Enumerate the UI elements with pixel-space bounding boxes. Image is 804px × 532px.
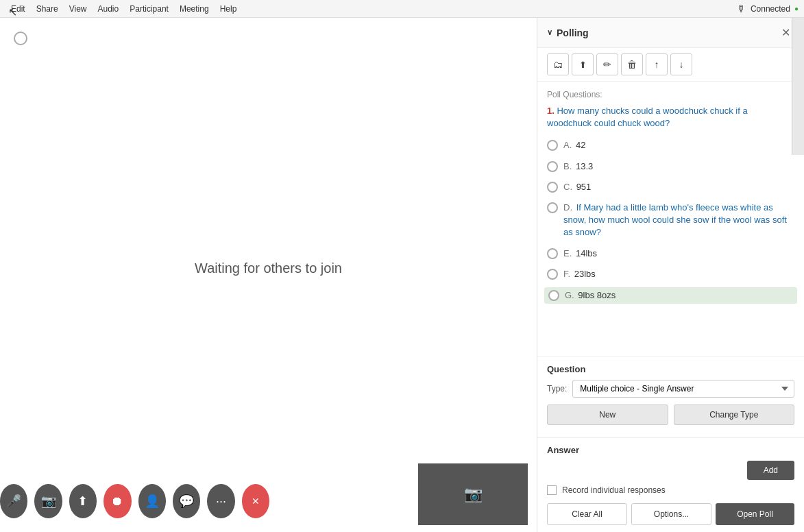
record-label: Record individual responses (562, 485, 666, 495)
folder-icon: 🗂 (553, 59, 563, 70)
answer-label-c: C. 951 (563, 181, 591, 193)
change-type-button[interactable]: Change Type (674, 404, 795, 425)
circle-icon (14, 32, 27, 45)
radio-a[interactable] (547, 140, 558, 151)
menu-help[interactable]: Help (215, 3, 243, 15)
answer-text-e: 14lbs (576, 248, 597, 258)
menu-view[interactable]: View (64, 3, 93, 15)
type-select[interactable]: Multiple choice - Single Answer Multiple… (572, 380, 794, 398)
answer-option-d[interactable]: D. If Mary had a little lamb who's fleec… (547, 200, 794, 241)
answer-section-title: Answer (547, 445, 794, 455)
participants-button[interactable]: 👤 (138, 484, 166, 518)
share-button[interactable]: ⬆ (69, 484, 97, 518)
poll-content: Poll Questions: 1. How many chucks could… (537, 82, 804, 356)
video-icon: 📷 (41, 494, 56, 509)
letter-e: E. (563, 248, 572, 258)
chevron-down-icon: ∨ (547, 28, 552, 37)
answer-label-g: G. 9lbs 8ozs (565, 289, 616, 302)
answer-option-c[interactable]: C. 951 (547, 180, 794, 195)
answer-option-f[interactable]: F. 23lbs (547, 267, 794, 282)
mic-icon: 🎤 (6, 494, 21, 509)
menu-participant[interactable]: Participant (124, 3, 174, 15)
record-button[interactable]: ⏺ (103, 484, 131, 518)
microphone-icon: 🎙 (737, 3, 746, 14)
open-poll-button[interactable]: Open Poll (716, 503, 794, 525)
pencil-icon: ✏ (603, 59, 611, 70)
answer-label-e: E. 14lbs (563, 247, 597, 260)
letter-b: B. (563, 161, 572, 171)
arrow-down-icon: ↓ (679, 59, 684, 70)
question-section: Question Type: Multiple choice - Single … (537, 356, 804, 437)
answer-label-a: A. 42 (563, 139, 585, 152)
share-icon: ⬆ (77, 494, 88, 509)
chat-button[interactable]: 💬 (173, 484, 200, 518)
letter-d: D. (563, 202, 572, 213)
answer-label-f: F. 23lbs (563, 268, 596, 280)
answer-label-b: B. 13.3 (563, 160, 593, 173)
bottom-btn-row: Clear All Options... Open Poll (547, 503, 794, 525)
answer-option-b[interactable]: B. 13.3 (547, 159, 794, 174)
polling-panel: ∨ Polling ✕ 🗂 ⬆ ✏ 🗑 ↑ ↓ (537, 18, 804, 532)
answer-text-b: 13.3 (576, 161, 593, 171)
answer-text-f: 23lbs (574, 269, 596, 279)
delete-button[interactable]: 🗑 (621, 53, 643, 75)
connection-status: Connected (751, 4, 790, 14)
answer-option-g[interactable]: G. 9lbs 8ozs (544, 287, 797, 304)
letter-g: G. (565, 290, 574, 300)
question-text: 1. How many chucks could a woodchuck chu… (547, 105, 794, 130)
edit-button[interactable]: ✏ (596, 53, 618, 75)
answer-label-d: D. If Mary had a little lamb who's fleec… (563, 202, 794, 239)
answer-option-e[interactable]: E. 14lbs (547, 246, 794, 261)
record-icon: ⏺ (111, 494, 123, 509)
answer-text-g: 9lbs 8ozs (578, 290, 616, 300)
panel-header: ∨ Polling ✕ (537, 18, 804, 48)
radio-d[interactable] (547, 202, 558, 213)
folder-icon-button[interactable]: 🗂 (547, 53, 569, 75)
radio-e[interactable] (547, 248, 558, 259)
waiting-text: Waiting for others to join (195, 261, 342, 276)
letter-c: C. (563, 182, 572, 192)
connected-dot: ● (794, 5, 799, 12)
camera-icon: 📷 (464, 485, 483, 503)
polling-title: Polling (557, 27, 589, 38)
clear-all-button[interactable]: Clear All (547, 503, 627, 525)
move-down-button[interactable]: ↓ (670, 53, 692, 75)
chat-icon: 💬 (179, 494, 194, 509)
radio-g[interactable] (548, 290, 559, 301)
menu-share[interactable]: Share (31, 3, 64, 15)
record-row: Record individual responses (547, 485, 794, 495)
leave-icon: ✕ (252, 496, 260, 507)
answer-text-c: 951 (576, 182, 592, 192)
new-button[interactable]: New (547, 404, 668, 425)
leave-button[interactable]: ✕ (242, 484, 269, 518)
add-button[interactable]: Add (747, 461, 794, 480)
answer-option-a[interactable]: A. 42 (547, 138, 794, 153)
cursor: ↖ (8, 5, 17, 19)
question-section-title: Question (547, 364, 794, 374)
radio-f[interactable] (547, 269, 558, 280)
answer-text-a: 42 (576, 140, 585, 150)
more-button[interactable]: ··· (207, 484, 234, 518)
answer-section: Answer Add Record individual responses C… (537, 437, 804, 532)
menu-meeting[interactable]: Meeting (174, 3, 215, 15)
add-btn-row: Add (547, 461, 794, 480)
panel-toolbar: 🗂 ⬆ ✏ 🗑 ↑ ↓ (537, 48, 804, 82)
question-number: 1. (547, 106, 555, 116)
type-row: Type: Multiple choice - Single Answer Mu… (547, 380, 794, 398)
menu-audio[interactable]: Audio (93, 3, 125, 15)
options-button[interactable]: Options... (631, 503, 711, 525)
radio-c[interactable] (547, 182, 558, 193)
arrow-up-icon: ↑ (655, 59, 659, 70)
right-edge-panel (792, 18, 804, 155)
video-button[interactable]: 📷 (34, 484, 62, 518)
record-checkbox[interactable] (547, 485, 557, 495)
mute-button[interactable]: 🎤 (0, 484, 27, 518)
bottom-toolbar: 🎤 📷 ⬆ ⏺ 👤 💬 ··· ✕ (0, 484, 269, 518)
question-body: How many chucks could a woodchuck chuck … (547, 106, 748, 128)
move-up-button[interactable]: ↑ (646, 53, 668, 75)
panel-title: ∨ Polling (547, 27, 589, 38)
radio-b[interactable] (547, 161, 558, 172)
participants-icon: 👤 (145, 494, 160, 509)
answer-text-d: If Mary had a little lamb who's fleece w… (563, 202, 787, 237)
export-button[interactable]: ⬆ (572, 53, 594, 75)
